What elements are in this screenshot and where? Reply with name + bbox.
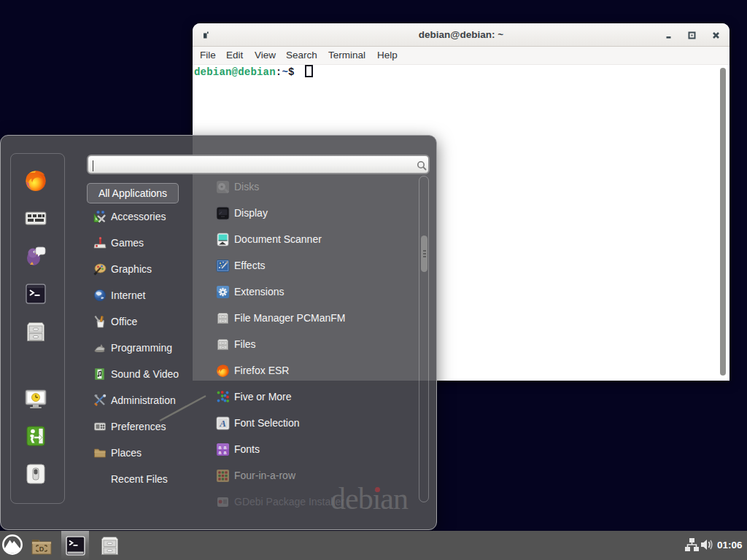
svg-text:a: a [224, 450, 227, 455]
svg-text:a: a [224, 444, 227, 449]
svg-text:a: a [219, 444, 222, 449]
svg-text:a: a [219, 450, 222, 455]
svg-text:D: D [39, 545, 44, 553]
svg-text:A: A [219, 418, 226, 429]
